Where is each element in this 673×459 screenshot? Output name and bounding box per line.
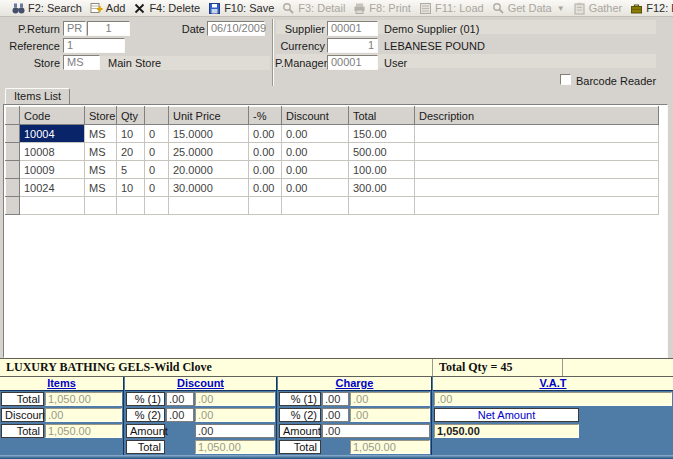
print-button[interactable]: F8: Print: [349, 0, 415, 16]
add-record-icon: [90, 2, 103, 15]
items-total-value: 1,050.00: [45, 392, 122, 406]
cell-extra[interactable]: 0: [145, 179, 169, 197]
items-discount-label: Discount: [1, 408, 44, 422]
currency-field[interactable]: 1: [327, 38, 378, 53]
save-button[interactable]: F10: Save: [204, 0, 278, 16]
tab-items-list[interactable]: Items List: [5, 88, 70, 104]
discount-pct1-input[interactable]: .00: [166, 392, 194, 406]
row-selector[interactable]: [6, 197, 20, 215]
grid-header-row: Code Store Qty Unit Price -% Discount To…: [6, 107, 659, 125]
date-field[interactable]: 06/10/2009: [207, 21, 265, 36]
cell-unit-price[interactable]: 30.0000: [169, 179, 249, 197]
printer-icon: [353, 2, 366, 15]
cell-code[interactable]: 10024: [20, 179, 85, 197]
cell-total[interactable]: 300.00: [349, 179, 415, 197]
row-selector[interactable]: [6, 179, 20, 197]
cell-qty[interactable]: 20: [117, 143, 145, 161]
store-code-field[interactable]: MS: [63, 55, 100, 70]
charge-pct2-input[interactable]: .00: [322, 408, 349, 422]
gather-button[interactable]: Gather: [569, 0, 627, 16]
supplier-label: Supplier: [275, 23, 325, 36]
discount-pct2-input[interactable]: .00: [166, 408, 194, 422]
items-net-total-label: Total: [1, 424, 44, 438]
cell-discount[interactable]: 0.00: [282, 161, 349, 179]
delete-button[interactable]: F4: Delete: [129, 0, 204, 16]
panel-bottom-edge: [0, 455, 673, 459]
cell-discount-pct[interactable]: 0.00: [249, 143, 282, 161]
search-button[interactable]: F2: Search: [8, 0, 86, 16]
p-return-label: P.Return: [5, 23, 60, 36]
delete-x-icon: [133, 2, 146, 15]
discount-pct2-value: .00: [195, 408, 275, 422]
discount-pct1-label: % (1): [126, 392, 165, 406]
charge-total-label: Total: [279, 440, 321, 454]
supplier-code-field[interactable]: 00001: [327, 21, 378, 36]
cell-code[interactable]: 10008: [20, 143, 85, 161]
currency-label: Currency: [275, 40, 325, 53]
reference-field[interactable]: 1: [63, 38, 125, 53]
add-button[interactable]: Add: [86, 0, 130, 16]
get-data-button[interactable]: Get Data ▼: [488, 0, 569, 16]
cell-code[interactable]: 10009: [20, 161, 85, 179]
vat-value: .00: [434, 392, 672, 406]
row-selector[interactable]: [6, 143, 20, 161]
cell-discount[interactable]: 0.00: [282, 143, 349, 161]
exit-button[interactable]: F12: Exit: [626, 0, 673, 16]
cell-discount[interactable]: 0.00: [282, 179, 349, 197]
cell-total[interactable]: 100.00: [349, 161, 415, 179]
p-return-number-field[interactable]: 1: [87, 21, 130, 36]
cell-store[interactable]: MS: [85, 125, 117, 143]
cell-discount-pct[interactable]: 0.00: [249, 125, 282, 143]
table-row: 10004 MS 10 0 15.0000 0.00 0.00 150.00: [6, 125, 659, 143]
col-header-discount: Discount: [282, 107, 349, 125]
cell-unit-price[interactable]: 25.0000: [169, 143, 249, 161]
charge-pct1-input[interactable]: .00: [322, 392, 349, 406]
cell-description[interactable]: [415, 143, 659, 161]
cell-extra[interactable]: 0: [145, 161, 169, 179]
cell-store[interactable]: MS: [85, 143, 117, 161]
cell-description[interactable]: [415, 125, 659, 143]
cell-qty[interactable]: 5: [117, 161, 145, 179]
cell-store[interactable]: MS: [85, 161, 117, 179]
discount-amount-input[interactable]: .00: [195, 424, 275, 438]
discount-amount-label: Amount: [126, 424, 165, 438]
load-button[interactable]: F11: Load: [415, 0, 488, 16]
cell-discount-pct[interactable]: 0.00: [249, 179, 282, 197]
charge-amount-input[interactable]: .00: [322, 424, 430, 438]
cell-discount[interactable]: 0.00: [282, 125, 349, 143]
cell-total[interactable]: 150.00: [349, 125, 415, 143]
p-return-prefix-field[interactable]: PR: [63, 21, 86, 36]
total-qty-text: Total Qty = 45: [433, 359, 563, 376]
row-selector[interactable]: [6, 125, 20, 143]
get-data-magnifier-icon: [492, 2, 505, 15]
table-row: 10008 MS 20 0 25.0000 0.00 0.00 500.00: [6, 143, 659, 161]
items-grid: Code Store Qty Unit Price -% Discount To…: [5, 106, 659, 215]
cell-code[interactable]: 10004: [20, 125, 85, 143]
cell-description[interactable]: [415, 179, 659, 197]
load-icon: [419, 2, 432, 15]
cell-description[interactable]: [415, 161, 659, 179]
row-selector[interactable]: [6, 161, 20, 179]
cell-qty[interactable]: 10: [117, 179, 145, 197]
col-header-code: Code: [20, 107, 85, 125]
detail-magnifier-icon: [282, 2, 295, 15]
charge-section-header: Charge: [278, 377, 431, 391]
cell-discount-pct[interactable]: 0.00: [249, 161, 282, 179]
charge-pct2-value: .00: [350, 408, 430, 422]
net-amount-value: 1,050.00: [434, 424, 579, 438]
cell-store[interactable]: MS: [85, 179, 117, 197]
detail-button[interactable]: F3: Detail: [278, 0, 349, 16]
cell-unit-price[interactable]: 15.0000: [169, 125, 249, 143]
col-header-qty: Qty: [117, 107, 145, 125]
cell-extra[interactable]: 0: [145, 143, 169, 161]
toolbar: F2: Search Add F4: Delete F10: Save F3: …: [0, 0, 673, 17]
cell-total[interactable]: 500.00: [349, 143, 415, 161]
cell-unit-price[interactable]: 20.0000: [169, 161, 249, 179]
cell-qty[interactable]: 10: [117, 125, 145, 143]
barcode-reader-checkbox[interactable]: [560, 74, 571, 85]
chevron-down-icon: ▼: [557, 4, 565, 13]
discount-section-header: Discount: [125, 377, 276, 391]
p-manager-code-field[interactable]: 00001: [327, 55, 378, 70]
cell-extra[interactable]: 0: [145, 125, 169, 143]
table-row: 10024 MS 10 0 30.0000 0.00 0.00 300.00: [6, 179, 659, 197]
